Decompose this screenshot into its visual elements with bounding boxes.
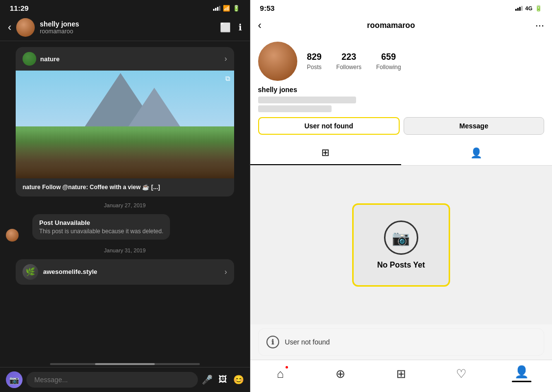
profile-actions: User not found Message [258,117,544,141]
camera-outline-icon: 📷 [392,229,410,246]
chat-header: ‹ shelly jones roomamaroo ⬜ ℹ [0,14,250,41]
date-separator-2: January 31, 2019 [6,247,244,253]
info-icon: ℹ [271,338,274,346]
camera-button[interactable]: 📷 [6,371,23,388]
input-actions: 🎤 🖼 😊 [202,374,244,385]
followers-label: Followers [336,64,361,71]
profile-info: 829 Posts 223 Followers 659 Following [258,37,544,86]
tab-grid[interactable]: ⊞ [250,141,401,165]
message-input-bar: 📷 🎤 🖼 😊 [0,367,250,392]
posts-count: 829 [307,52,322,62]
shared-post-image: ⧉ [16,71,234,178]
post-unavailable-container: Post Unavailable This post is unavailabl… [6,214,244,242]
chat-messages[interactable]: nature › ⧉ nature Follow @nature: Coffee… [0,41,250,361]
profile-username: roomamaroo [262,21,521,30]
profile-content: 📷 No Posts Yet [250,166,552,324]
caption-text: nature Follow @nature: Coffee with a vie… [23,183,227,192]
heart-icon: ♡ [456,367,467,381]
tab-tagged[interactable]: 👤 [401,141,552,165]
shared-post-user: nature [23,52,60,66]
emoji-icon[interactable]: 😊 [233,374,244,385]
caption-author: nature [23,184,41,191]
nav-search[interactable]: ⊕ [311,365,371,382]
back-button[interactable]: ‹ [8,21,11,34]
profile-display-name: shelly jones [258,86,544,94]
bottom-nav: ⌂ ⊕ ⊞ ♡ 👤 [250,360,552,392]
post2-avatar: 🌿 [23,264,38,280]
following-label: Following [376,64,401,71]
time-right: 9:53 [260,4,275,12]
status-bar-right: 9:53 4G 🔋 [250,0,552,14]
unavailable-title: Post Unavailable [39,219,163,226]
unavailable-desc: This post is unavailable because it was … [39,228,163,235]
video-call-icon[interactable]: ⬜ [220,22,231,33]
profile-bio-line2 [258,105,332,112]
search-nav-icon: ⊕ [336,367,345,381]
profile-stats: 829 Posts 223 Followers 659 Following [307,52,544,71]
profile-header: ‹ roomamaroo ··· 829 Posts 223 Followers [250,14,552,141]
header-info: shelly jones roomamaroo [40,20,219,35]
shared-post-name: nature [40,55,60,63]
profile-nav: ‹ roomamaroo ··· [258,14,544,37]
nav-home[interactable]: ⌂ [250,365,311,382]
caption-body: Follow @nature: Coffee with a view ☕ [..… [42,184,160,191]
message-input[interactable] [26,372,198,388]
image-icon[interactable]: 🖼 [218,374,227,385]
signal-icon [213,6,220,11]
nav-create[interactable]: ⊞ [371,365,431,382]
post2-name: awesomelife.style [43,268,224,275]
profile-bio-line1 [258,97,356,103]
more-options-button[interactable]: ··· [535,19,544,32]
microphone-icon[interactable]: 🎤 [202,374,213,385]
shared-post-nature[interactable]: nature › ⧉ nature Follow @nature: Coffee… [16,47,234,196]
profile-tabs: ⊞ 👤 [250,141,552,166]
tagged-icon: 👤 [470,147,482,159]
nature-avatar [23,52,36,66]
time-left: 11:29 [10,4,28,12]
profile-nav-icon: 👤 [514,365,529,379]
nav-likes[interactable]: ♡ [431,365,491,382]
signal-icon-right [515,6,523,11]
status-icons-left: 📶 🔋 [213,5,240,12]
chevron-right-icon: › [224,54,227,63]
sender-avatar [6,229,19,242]
profile-avatar [258,42,297,81]
bookmark-icon[interactable]: ⧉ [225,74,230,83]
network-label: 4G [525,5,532,11]
user-not-found-button[interactable]: User not found [258,117,400,135]
followers-count: 223 [336,52,361,62]
active-indicator [512,381,531,382]
profile-back-button[interactable]: ‹ [258,19,262,32]
shared-post-awesomelife[interactable]: 🌿 awesomelife.style › [16,259,234,285]
stat-posts: 829 Posts [307,52,322,71]
create-icon: ⊞ [396,367,406,381]
no-posts-box: 📷 No Posts Yet [352,203,450,287]
date-separator-1: January 27, 2019 [6,202,244,208]
message-button[interactable]: Message [404,117,544,135]
status-icons-right: 4G 🔋 [515,5,542,12]
posts-label: Posts [307,64,322,71]
following-count: 659 [376,52,401,62]
stat-followers[interactable]: 223 Followers [336,52,361,71]
left-phone-panel: 11:29 📶 🔋 ‹ shelly jones roomamaroo ⬜ ℹ [0,0,250,392]
battery-icon: 🔋 [233,5,240,12]
contact-name: shelly jones [40,20,219,28]
nav-dot [286,366,288,368]
avatar [16,18,35,37]
wifi-icon: 📶 [223,5,230,12]
info-icon[interactable]: ℹ [239,22,242,33]
camera-icon: 📷 [9,375,19,385]
stat-following[interactable]: 659 Following [376,52,401,71]
no-posts-text: No Posts Yet [377,261,425,270]
nav-profile[interactable]: 👤 [492,365,552,382]
home-icon: ⌂ [277,367,284,381]
contact-username: roomamaroo [40,28,219,35]
battery-icon-right: 🔋 [535,5,542,12]
user-not-found-bar: ℹ User not found [258,328,544,356]
profile-right: 829 Posts 223 Followers 659 Following [307,52,544,71]
status-bar-left: 11:29 📶 🔋 [0,0,250,14]
camera-circle: 📷 [384,220,418,255]
scroll-indicator [50,363,200,365]
header-actions: ⬜ ℹ [220,22,242,33]
user-not-found-message: User not found [285,338,330,346]
